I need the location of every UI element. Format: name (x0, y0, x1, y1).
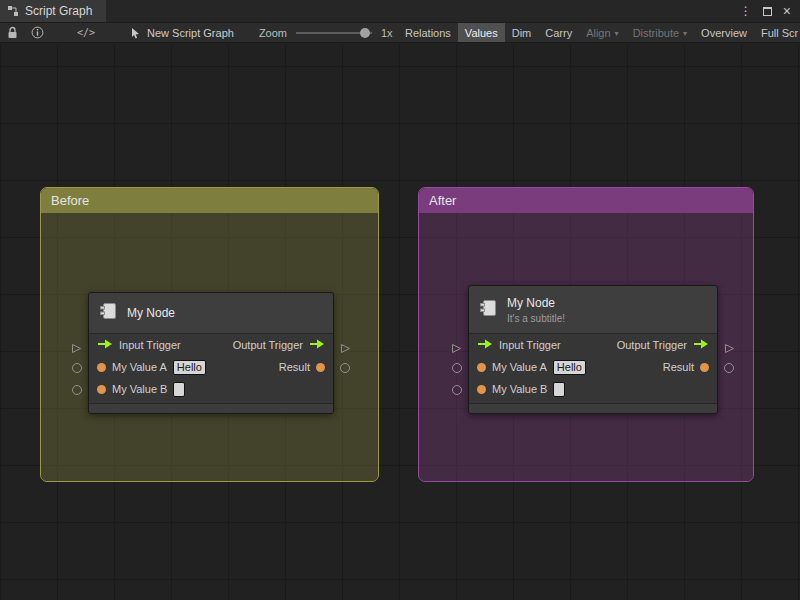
flow-port-outline-icon[interactable] (451, 340, 462, 358)
value-port-outline-icon[interactable] (452, 385, 462, 395)
value-port-icon[interactable] (477, 385, 486, 394)
align-label: Align (586, 27, 610, 39)
graph-name-label: New Script Graph (147, 27, 234, 39)
relations-button[interactable]: Relations (398, 23, 458, 43)
code-icon[interactable]: </> (77, 27, 95, 38)
flow-arrow-icon[interactable] (477, 339, 493, 351)
node-title: My Node (507, 296, 565, 310)
port-label: Result (279, 361, 310, 373)
tab-title: Script Graph (25, 4, 92, 18)
cursor-icon (130, 27, 141, 39)
value-port-icon[interactable] (700, 363, 709, 372)
port-label: My Value A (492, 361, 547, 373)
zoom-value: 1x (381, 27, 393, 39)
flow-arrow-icon[interactable] (309, 339, 325, 351)
dim-button[interactable]: Dim (505, 23, 539, 43)
graph-selector[interactable]: New Script Graph (130, 27, 234, 39)
port-row: My Value A Hello Result (89, 356, 333, 378)
node-my-node-before[interactable]: My Node Input Trigger Output Trigger (88, 292, 334, 414)
value-port-icon[interactable] (97, 385, 106, 394)
port-label: My Value B (112, 383, 167, 395)
overview-button[interactable]: Overview (694, 23, 754, 43)
carry-button[interactable]: Carry (538, 23, 579, 43)
value-port-outline-icon[interactable] (340, 363, 350, 373)
script-graph-icon (7, 5, 19, 17)
distribute-label: Distribute (633, 27, 679, 39)
value-port-outline-icon[interactable] (72, 363, 82, 373)
group-before-header[interactable]: Before (41, 188, 378, 213)
value-a-field[interactable]: Hello (173, 360, 206, 375)
distribute-dropdown[interactable]: Distribute ▾ (626, 23, 694, 43)
group-after-header[interactable]: After (419, 188, 753, 213)
unit-icon (479, 298, 499, 322)
align-dropdown[interactable]: Align ▾ (579, 23, 625, 43)
flow-arrow-icon[interactable] (693, 339, 709, 351)
graph-toolbar: </> New Script Graph Zoom 1x Relations V… (0, 22, 800, 43)
flow-arrow-icon[interactable] (97, 339, 113, 351)
node-footer (469, 403, 717, 413)
value-port-icon[interactable] (97, 363, 106, 372)
flow-port-outline-icon[interactable] (724, 340, 735, 358)
port-label: Input Trigger (119, 339, 181, 351)
value-port-icon[interactable] (316, 363, 325, 372)
port-row: My Value A Hello Result (469, 356, 717, 378)
zoom-slider-knob[interactable] (360, 28, 370, 38)
value-a-field[interactable]: Hello (553, 360, 586, 375)
node-subtitle: It's a subtitle! (507, 313, 565, 324)
port-label: Output Trigger (617, 339, 687, 351)
fullscreen-button[interactable]: Full Scr (754, 23, 800, 43)
values-button[interactable]: Values (458, 23, 505, 43)
value-port-outline-icon[interactable] (724, 363, 734, 373)
port-label: Output Trigger (233, 339, 303, 351)
value-b-field[interactable] (173, 382, 185, 397)
toolbar-buttons: Relations Values Dim Carry Align ▾ Distr… (398, 23, 800, 43)
value-b-field[interactable] (553, 382, 565, 397)
node-header[interactable]: My Node (89, 293, 333, 334)
node-header[interactable]: My Node It's a subtitle! (469, 286, 717, 334)
group-title: After (429, 193, 456, 208)
chevron-down-icon: ▾ (615, 29, 619, 38)
zoom-control: Zoom 1x (259, 27, 393, 39)
chevron-down-icon: ▾ (683, 29, 687, 38)
tab-script-graph[interactable]: Script Graph (0, 0, 106, 22)
port-row: Input Trigger Output Trigger (89, 334, 333, 356)
node-footer (89, 403, 333, 413)
port-row: My Value B (469, 378, 717, 400)
node-title: My Node (127, 306, 175, 320)
flow-port-outline-icon[interactable] (71, 340, 82, 358)
value-port-outline-icon[interactable] (72, 385, 82, 395)
unity-editor-window: Script Graph ⋮ × </> (0, 0, 800, 600)
port-row: My Value B (89, 378, 333, 400)
unit-icon (99, 301, 119, 325)
node-my-node-after[interactable]: My Node It's a subtitle! Input Trigger O… (468, 285, 718, 414)
port-label: Input Trigger (499, 339, 561, 351)
port-label: My Value B (492, 383, 547, 395)
info-icon[interactable] (31, 26, 44, 39)
graph-canvas[interactable]: Before After My Node (0, 44, 800, 600)
port-row: Input Trigger Output Trigger (469, 334, 717, 356)
value-port-outline-icon[interactable] (452, 363, 462, 373)
tab-bar: Script Graph ⋮ × (0, 0, 800, 22)
port-label: Result (663, 361, 694, 373)
lock-icon[interactable] (7, 26, 18, 39)
window-controls: ⋮ × (740, 0, 800, 22)
zoom-label: Zoom (259, 27, 287, 39)
flow-port-outline-icon[interactable] (340, 340, 351, 358)
zoom-slider[interactable] (296, 32, 372, 34)
maximize-icon[interactable] (763, 7, 772, 16)
group-title: Before (51, 193, 89, 208)
port-label: My Value A (112, 361, 167, 373)
close-icon[interactable]: × (783, 4, 791, 18)
kebab-menu-icon[interactable]: ⋮ (740, 5, 752, 17)
value-port-icon[interactable] (477, 363, 486, 372)
